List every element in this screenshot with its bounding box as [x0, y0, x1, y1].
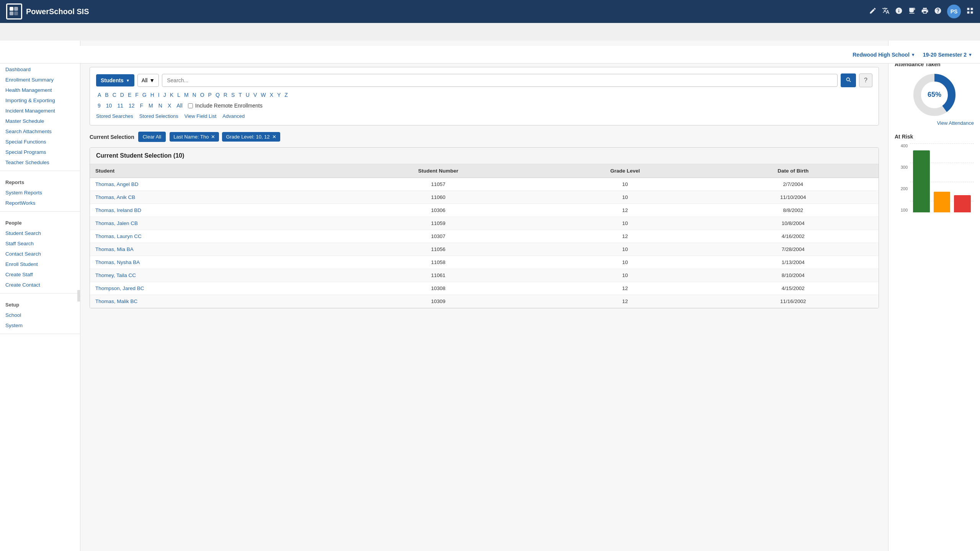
translate-icon[interactable] — [882, 7, 890, 16]
sidebar-item-create-contact[interactable]: Create Contact — [0, 280, 80, 290]
student-link-6[interactable]: Thomas, Nysha BA — [95, 259, 140, 265]
filter-gradelevel-close[interactable]: ✕ — [272, 134, 276, 140]
search-input[interactable] — [162, 74, 838, 87]
grade-link-10[interactable]: 10 — [105, 102, 114, 109]
semester-selector[interactable]: 19-20 Semester 2 ▼ — [923, 52, 972, 58]
alpha-link-I[interactable]: I — [157, 91, 161, 99]
student-link-4[interactable]: Thomas, Lauryn CC — [95, 233, 142, 239]
student-link-7[interactable]: Thomey, Taila CC — [95, 272, 136, 278]
alpha-link-C[interactable]: C — [111, 91, 118, 99]
sidebar-item-incident-management[interactable]: Incident Management — [0, 106, 80, 116]
student-link-5[interactable]: Thomas, Mia BA — [95, 246, 134, 252]
semester-chevron: ▼ — [968, 52, 972, 57]
advanced-link[interactable]: Advanced — [222, 113, 245, 119]
view-field-list-link[interactable]: View Field List — [185, 113, 217, 119]
data-icon[interactable] — [908, 7, 916, 16]
sidebar-item-enrollment-summary[interactable]: Enrollment Summary — [0, 75, 80, 85]
alpha-link-K[interactable]: K — [168, 91, 175, 99]
grade-link-F[interactable]: F — [139, 102, 145, 109]
grade-link-M[interactable]: M — [147, 102, 155, 109]
alpha-link-Q[interactable]: Q — [214, 91, 221, 99]
sidebar-item-master-schedule[interactable]: Master Schedule — [0, 116, 80, 126]
grade-link-12[interactable]: 12 — [127, 102, 136, 109]
grid-icon[interactable] — [966, 7, 974, 16]
grade-link-N[interactable]: N — [157, 102, 164, 109]
filter-lastname-close[interactable]: ✕ — [211, 134, 215, 140]
alpha-link-E[interactable]: E — [126, 91, 133, 99]
svg-rect-1 — [14, 7, 18, 11]
grade-dropdown-arrow: ▼ — [149, 77, 155, 83]
alpha-link-P[interactable]: P — [207, 91, 213, 99]
print-icon[interactable] — [921, 7, 929, 16]
alpha-link-L[interactable]: L — [176, 91, 182, 99]
alpha-link-F[interactable]: F — [134, 91, 140, 99]
student-number-cell: 11059 — [334, 217, 542, 230]
alpha-link-G[interactable]: G — [141, 91, 148, 99]
help-icon[interactable] — [934, 7, 942, 16]
alpha-link-H[interactable]: H — [149, 91, 156, 99]
bar-red — [954, 195, 971, 212]
sidebar-item-special-functions[interactable]: Special Functions — [0, 137, 80, 147]
alpha-link-N[interactable]: N — [191, 91, 198, 99]
school-selector[interactable]: Redwood High School ▼ — [853, 52, 915, 58]
alpha-link-Z[interactable]: Z — [283, 91, 289, 99]
sidebar-item-special-programs[interactable]: Special Programs — [0, 147, 80, 157]
sidebar-item-dashboard[interactable]: Dashboard — [0, 64, 80, 75]
search-button[interactable] — [841, 73, 856, 87]
alpha-link-S[interactable]: S — [230, 91, 236, 99]
alpha-link-X[interactable]: X — [268, 91, 275, 99]
alpha-link-W[interactable]: W — [259, 91, 267, 99]
sidebar-item-search-attachments[interactable]: Search Attachments — [0, 126, 80, 137]
student-link-8[interactable]: Thompson, Jared BC — [95, 285, 144, 291]
alpha-link-Y[interactable]: Y — [276, 91, 282, 99]
dob-cell: 7/28/2004 — [707, 243, 879, 256]
clear-all-button[interactable]: Clear All — [138, 132, 166, 142]
sidebar-item-reportworks[interactable]: ReportWorks — [0, 198, 80, 208]
sidebar-item-health-management[interactable]: Health Management — [0, 85, 80, 95]
student-link-9[interactable]: Thomas, Malik BC — [95, 298, 137, 304]
header-icons: PS — [869, 5, 974, 18]
view-attendance-link[interactable]: View Attendance — [895, 120, 974, 126]
sidebar-item-student-search[interactable]: Student Search — [0, 228, 80, 238]
sidebar-collapse[interactable]: ‹ — [77, 290, 80, 302]
info-icon[interactable] — [895, 7, 903, 16]
sidebar-item-importing-exporting[interactable]: Importing & Exporting — [0, 95, 80, 106]
student-link-0[interactable]: Thomas, Angel BD — [95, 181, 139, 187]
search-help-button[interactable]: ? — [859, 73, 872, 87]
grade-dropdown[interactable]: All ▼ — [137, 74, 159, 87]
grade-link-X[interactable]: X — [166, 102, 173, 109]
sidebar-item-system[interactable]: System — [0, 320, 80, 331]
edit-icon[interactable] — [869, 7, 877, 16]
alpha-link-O[interactable]: O — [199, 91, 206, 99]
alpha-link-T[interactable]: T — [237, 91, 243, 99]
sidebar-item-school[interactable]: School — [0, 310, 80, 320]
student-link-3[interactable]: Thomas, Jalen CB — [95, 220, 138, 226]
student-link-1[interactable]: Thomas, Anik CB — [95, 194, 135, 200]
alpha-link-B[interactable]: B — [103, 91, 110, 99]
search-row: Students ▼ All ▼ ? — [96, 73, 872, 87]
user-avatar[interactable]: PS — [947, 5, 961, 18]
alpha-link-A[interactable]: A — [96, 91, 103, 99]
grade-link-All[interactable]: All — [175, 102, 184, 109]
sidebar-item-teacher-schedules[interactable]: Teacher Schedules — [0, 157, 80, 168]
sidebar-item-enroll-student[interactable]: Enroll Student — [0, 259, 80, 269]
alpha-link-R[interactable]: R — [222, 91, 229, 99]
alpha-link-M[interactable]: M — [183, 91, 190, 99]
sidebar-item-system-reports[interactable]: System Reports — [0, 187, 80, 198]
stored-selections-link[interactable]: Stored Selections — [139, 113, 178, 119]
grade-link-11[interactable]: 11 — [116, 102, 125, 109]
type-dropdown[interactable]: Students ▼ — [96, 74, 134, 86]
student-link-2[interactable]: Thomas, Ireland BD — [95, 207, 141, 213]
alpha-link-U[interactable]: U — [244, 91, 251, 99]
include-remote-checkbox[interactable] — [188, 103, 193, 108]
alpha-link-J[interactable]: J — [162, 91, 168, 99]
sidebar-section-reports: Reports — [0, 174, 80, 187]
alpha-link-D[interactable]: D — [119, 91, 126, 99]
sidebar-item-create-staff[interactable]: Create Staff — [0, 269, 80, 280]
sidebar-item-contact-search[interactable]: Contact Search — [0, 249, 80, 259]
grade-link-9[interactable]: 9 — [96, 102, 102, 109]
app-logo[interactable]: PowerSchool SIS — [6, 3, 89, 20]
sidebar-item-staff-search[interactable]: Staff Search — [0, 238, 80, 249]
stored-searches-link[interactable]: Stored Searches — [96, 113, 133, 119]
alpha-link-V[interactable]: V — [252, 91, 258, 99]
